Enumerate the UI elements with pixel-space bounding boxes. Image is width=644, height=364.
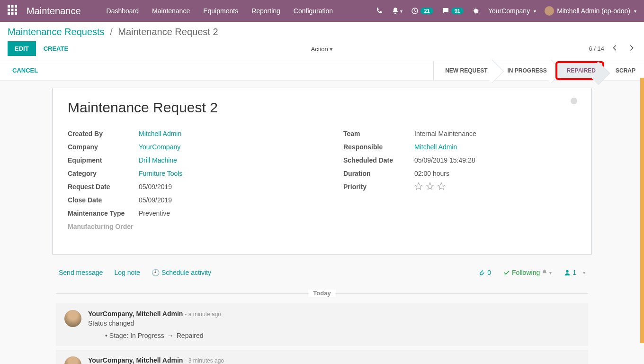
menu-equipments[interactable]: Equipments bbox=[197, 0, 245, 22]
label-responsible: Responsible bbox=[343, 142, 414, 152]
menu-dashboard[interactable]: Dashboard bbox=[100, 0, 146, 22]
user-icon bbox=[564, 269, 571, 276]
activity-icon[interactable]: 21 bbox=[411, 7, 433, 15]
phone-icon[interactable] bbox=[376, 7, 383, 15]
chatter: Send message Log note 🕘Schedule activity… bbox=[52, 266, 592, 364]
cancel-button[interactable]: CANCEL bbox=[0, 61, 45, 80]
field-category[interactable]: Furniture Tools bbox=[139, 170, 182, 177]
message-time: - 3 minutes ago bbox=[185, 357, 224, 364]
stage-new-request[interactable]: NEW REQUEST bbox=[434, 61, 496, 80]
log-note-button[interactable]: Log note bbox=[114, 269, 140, 276]
clock-icon: 🕘 bbox=[152, 269, 160, 276]
field-scheduled-date: 05/09/2019 15:49:28 bbox=[414, 155, 475, 165]
control-panel: Maintenance Requests / Maintenance Reque… bbox=[0, 22, 644, 56]
svg-rect-6 bbox=[8, 12, 10, 15]
message-author: YourCompany, Mitchell Admin bbox=[88, 356, 183, 364]
star-icon[interactable] bbox=[414, 182, 423, 193]
svg-rect-4 bbox=[11, 9, 14, 11]
bell-icon bbox=[542, 269, 547, 275]
breadcrumb-root[interactable]: Maintenance Requests bbox=[8, 27, 105, 37]
date-separator: Today bbox=[56, 293, 588, 294]
label-close-date: Close Date bbox=[68, 195, 139, 205]
pager-position: 6 / 14 bbox=[589, 45, 604, 52]
svg-rect-2 bbox=[15, 5, 17, 8]
action-menu[interactable]: Action ▾ bbox=[311, 46, 333, 53]
message-time: - a minute ago bbox=[185, 311, 221, 318]
send-message-button[interactable]: Send message bbox=[59, 269, 103, 276]
label-priority: Priority bbox=[343, 182, 414, 193]
avatar-icon bbox=[545, 6, 554, 16]
label-category: Category bbox=[68, 169, 139, 178]
schedule-activity-button[interactable]: 🕘Schedule activity bbox=[152, 269, 211, 276]
field-created-by[interactable]: Mitchell Admin bbox=[139, 130, 181, 137]
check-icon bbox=[503, 269, 510, 276]
svg-point-10 bbox=[474, 9, 478, 13]
pager-prev-icon[interactable] bbox=[610, 45, 620, 53]
svg-rect-8 bbox=[15, 12, 17, 15]
label-maintenance-type: Maintenance Type bbox=[68, 209, 139, 218]
label-duration: Duration bbox=[343, 169, 414, 178]
stage-repaired[interactable]: REPAIRED bbox=[555, 61, 604, 80]
svg-rect-0 bbox=[8, 5, 10, 8]
form-area: Maintenance Request 2 Created ByMitchell… bbox=[0, 81, 644, 364]
label-created-by: Created By bbox=[68, 129, 139, 138]
menu-configuration[interactable]: Configuration bbox=[287, 0, 340, 22]
attachment-count[interactable]: 0 bbox=[479, 269, 491, 276]
star-icon[interactable] bbox=[426, 182, 434, 193]
edit-button[interactable]: EDIT bbox=[8, 41, 36, 56]
bell-icon[interactable]: ▾ bbox=[392, 7, 402, 15]
field-responsible[interactable]: Mitchell Admin bbox=[414, 143, 457, 151]
label-request-date: Request Date bbox=[68, 182, 139, 191]
svg-rect-5 bbox=[15, 9, 17, 11]
field-duration: 02:00 hours bbox=[414, 169, 449, 178]
kanban-state-icon[interactable] bbox=[571, 98, 577, 104]
company-switcher[interactable]: YourCompany▾ bbox=[488, 7, 536, 15]
pager-next-icon[interactable] bbox=[626, 45, 636, 53]
activity-badge: 21 bbox=[420, 8, 433, 14]
svg-point-11 bbox=[566, 270, 569, 273]
followers-count[interactable]: 1 ▾ bbox=[564, 269, 585, 276]
breadcrumb: Maintenance Requests / Maintenance Reque… bbox=[8, 27, 636, 37]
brand-title: Maintenance bbox=[27, 6, 81, 17]
message-item: YourCompany, Mitchell Admin - a minute a… bbox=[56, 303, 588, 346]
label-equipment: Equipment bbox=[68, 155, 139, 165]
create-button[interactable]: CREATE bbox=[44, 45, 68, 52]
field-team: Internal Maintenance bbox=[414, 129, 476, 138]
field-request-date: 05/09/2019 bbox=[139, 182, 172, 191]
field-priority[interactable] bbox=[414, 182, 446, 193]
menu-maintenance[interactable]: Maintenance bbox=[145, 0, 197, 22]
message-item: YourCompany, Mitchell Admin - 3 minutes … bbox=[56, 350, 588, 364]
main-menu: Dashboard Maintenance Equipments Reporti… bbox=[100, 0, 340, 22]
following-button[interactable]: Following ▾ bbox=[503, 269, 552, 276]
chat-badge: 91 bbox=[451, 8, 464, 14]
svg-rect-3 bbox=[8, 9, 10, 11]
top-navbar: Maintenance Dashboard Maintenance Equipm… bbox=[0, 0, 644, 22]
debug-icon[interactable] bbox=[472, 7, 480, 15]
chat-icon[interactable]: 91 bbox=[442, 7, 464, 15]
user-menu[interactable]: Mitchell Admin (ep-odoo)▾ bbox=[545, 6, 636, 16]
apps-icon[interactable] bbox=[8, 5, 17, 17]
status-row: CANCEL NEW REQUEST IN PROGRESS REPAIRED … bbox=[0, 61, 644, 81]
arrow-right-icon: → bbox=[167, 332, 174, 339]
message-tracking: • Stage: In Progress→Repaired bbox=[105, 332, 580, 339]
menu-reporting[interactable]: Reporting bbox=[245, 0, 287, 22]
svg-rect-7 bbox=[11, 12, 14, 15]
avatar-icon bbox=[64, 310, 81, 327]
avatar-icon bbox=[64, 356, 81, 364]
scroll-indicator bbox=[640, 78, 644, 343]
label-manufacturing-order: Manufacturing Order bbox=[68, 222, 139, 231]
field-equipment[interactable]: Drill Machine bbox=[139, 156, 177, 164]
message-author: YourCompany, Mitchell Admin bbox=[88, 310, 183, 318]
svg-rect-1 bbox=[11, 5, 14, 8]
label-team: Team bbox=[343, 129, 414, 138]
stage-scrap[interactable]: SCRAP bbox=[604, 61, 644, 80]
message-body: Status changed bbox=[88, 319, 580, 327]
star-icon[interactable] bbox=[437, 182, 446, 193]
field-close-date: 05/09/2019 bbox=[139, 195, 172, 205]
stage-in-progress[interactable]: IN PROGRESS bbox=[496, 61, 555, 80]
stage-bar: NEW REQUEST IN PROGRESS REPAIRED SCRAP bbox=[433, 61, 644, 80]
field-company[interactable]: YourCompany bbox=[139, 143, 180, 151]
form-sheet: Maintenance Request 2 Created ByMitchell… bbox=[52, 88, 592, 255]
field-maintenance-type: Preventive bbox=[139, 209, 170, 218]
breadcrumb-current: Maintenance Request 2 bbox=[118, 27, 218, 37]
